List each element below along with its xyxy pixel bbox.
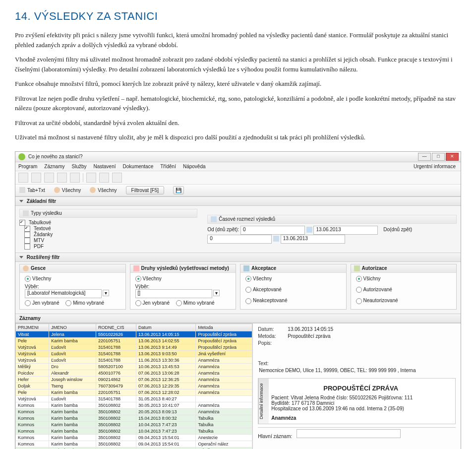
toolbar-btn-6[interactable] (86, 173, 96, 183)
record-status-field[interactable] (297, 429, 401, 438)
gesce-jen: Jen vybrané (32, 300, 59, 306)
druhy-dropdown-icon[interactable]: ▾ (213, 290, 220, 296)
ak-neak: Neakceptované (253, 298, 288, 303)
akceptace-icon (243, 265, 249, 271)
druhy-mimo: Mimo vybrané (183, 300, 215, 306)
label-mtv: MTV (34, 238, 44, 243)
table-row[interactable]: KomnosKarim bamba35010880209.04.2013 15:… (16, 435, 252, 441)
table-row[interactable]: VotýzováĽudovít31540178811.06.2013 13:30… (16, 357, 252, 364)
druhy-select[interactable]: [] (135, 289, 212, 298)
calendar-icon-2[interactable] (306, 227, 312, 233)
ak-radio-neak[interactable] (245, 298, 251, 304)
gesce-radio-jen[interactable] (25, 300, 31, 306)
menu-dokumentace[interactable]: Dokumentace (123, 164, 154, 169)
aut-radio-neaut[interactable] (356, 298, 362, 304)
gesce-vsechny: Všechny (32, 276, 51, 281)
report-pacient: Pacient: Vitvat Jelena Rodné číslo: 5501… (271, 395, 450, 400)
akceptace-head: Akceptace (251, 265, 276, 271)
vsechny-1[interactable]: Všechny (62, 188, 81, 193)
basic-filter-head[interactable]: Základní filtr (15, 196, 461, 206)
check-tabulkove[interactable] (19, 220, 25, 226)
col-prijmeni[interactable]: PRIJMENI (16, 324, 49, 331)
aut-neaut: Neautorizované (363, 298, 398, 303)
table-row[interactable]: PeleKarim bamba22010575113.06.2013 14:02… (16, 338, 252, 344)
tabtxt-toggle[interactable]: Tab+Txt (27, 188, 45, 193)
gesce-dropdown-icon[interactable]: ▾ (103, 290, 109, 296)
check-textove[interactable] (24, 226, 30, 232)
table-row[interactable]: KomnosKarim bamba35010880230.05.2013 10:… (16, 402, 252, 409)
od-back-input[interactable]: 0 (240, 226, 305, 235)
druhy-radio-vsechny[interactable] (135, 276, 141, 282)
table-row[interactable]: PoicdovAlexandr45001077607.06.2013 13:06… (16, 370, 252, 377)
aut-radio-vsechny[interactable] (356, 276, 362, 282)
minimize-button[interactable]: — (418, 153, 431, 161)
table-row[interactable]: VotýzováĽudovít31540178831.05.2013 8:40:… (16, 396, 252, 402)
urgent-link[interactable]: Urgentní informace (414, 164, 456, 169)
table-row[interactable]: HeferJoseph winslow09021486207.06.2013 1… (16, 377, 252, 383)
table-row[interactable]: KomnosKarim bamba35010880215.04.2013 8:0… (16, 415, 252, 422)
gesce-radio-mimo[interactable] (65, 300, 71, 306)
toolbar-btn-2[interactable] (31, 173, 41, 183)
ak-vsechny: Všechny (253, 276, 272, 281)
vsechny-2[interactable]: Všechny (98, 188, 117, 193)
table-row[interactable]: DoljakTseng760730947907.06.2013 12:29:35… (16, 383, 252, 389)
check-zadanky[interactable] (24, 232, 30, 238)
maximize-button[interactable]: □ (432, 153, 445, 161)
results-table[interactable]: PRIJMENIJMENORODNE_CISDatumMetoda Vitvat… (15, 323, 252, 449)
toolbar (15, 171, 461, 185)
check-mtv[interactable] (24, 238, 30, 244)
date-from-input[interactable]: 13.06.2013 (313, 226, 378, 235)
toolbar-btn-3[interactable] (44, 173, 54, 183)
side-tab[interactable]: Detailní informace (258, 379, 269, 424)
filter-button[interactable]: Filtrovat [F5] (126, 186, 165, 194)
col-datum[interactable]: Datum (136, 324, 196, 331)
gesce-radio-vsechny[interactable] (25, 276, 31, 282)
ak-ak: Akceptované (253, 287, 282, 292)
gesce-group: Gesce Všechny Výběr: [Laboratoř Hematolo… (19, 264, 126, 310)
date-to-input[interactable]: 13.06.2013 (281, 235, 345, 244)
table-row[interactable]: PeleKarim bamba22010575107.06.2013 12:28… (16, 389, 252, 396)
toolbar-btn-7[interactable] (99, 173, 109, 183)
filter-save-button[interactable]: 💾 (173, 186, 184, 194)
check-pdf[interactable] (24, 244, 30, 250)
table-row[interactable]: MěškýDro580520710010.06.2013 13:45:53Ana… (16, 364, 252, 370)
druhy-icon (133, 265, 139, 271)
aut-radio-aut[interactable] (356, 287, 362, 293)
report-panel: Detailní informace PROPOUŠTĚCÍ ZPRÁVA Pa… (258, 378, 456, 424)
close-button[interactable]: ✕ (446, 153, 459, 161)
druhy-radio-jen[interactable] (135, 300, 141, 306)
toolbar-btn-1[interactable] (18, 173, 28, 183)
ak-radio-ak[interactable] (245, 287, 251, 293)
table-row[interactable]: KomnosKarim bamba35010880210.04.2013 7:4… (16, 428, 252, 435)
menu-trideni[interactable]: Třídění (160, 164, 176, 169)
col-rodne_cis[interactable]: RODNE_CIS (96, 324, 136, 331)
col-jmeno[interactable]: JMENO (49, 324, 96, 331)
menu-zaznamy[interactable]: Záznamy (44, 164, 64, 169)
ext-filter-head[interactable]: Rozšířený filtr (15, 253, 461, 262)
detail-datum-value: 13.06.2013 14:05:15 (288, 326, 333, 332)
menu-napoveda[interactable]: Nápověda (183, 164, 206, 169)
table-row[interactable]: VitvatJelena550102262613.06.2013 14:05:1… (16, 331, 252, 338)
do-back-input[interactable]: 0 (207, 235, 272, 244)
report-bydliste: Bydliště: 177 67178 Damnici (271, 400, 450, 406)
calendar-icon-3[interactable] (273, 236, 279, 242)
toolbar-btn-8[interactable] (112, 173, 122, 183)
toolbar-btn-5[interactable] (70, 173, 80, 183)
druhy-radio-mimo[interactable] (176, 300, 182, 306)
druhy-jen: Jen vybrané (143, 300, 170, 306)
table-row[interactable]: VotýzováĽudovít31540178813.06.2013 9:03:… (16, 351, 252, 357)
menu-nastaveni[interactable]: Nastavení (94, 164, 116, 169)
gesce-head: Gesce (31, 265, 46, 271)
table-row[interactable]: KomnosKarim bamba35010880220.05.2013 8:0… (16, 409, 252, 415)
col-metoda[interactable]: Metoda (196, 324, 252, 331)
ak-radio-vsechny[interactable] (245, 276, 251, 282)
menu-program[interactable]: Program (18, 164, 37, 169)
window-title: Co je nového za stanicí? (28, 154, 83, 159)
table-row[interactable]: VotýzováĽudovít31540178813.06.2013 9:14:… (16, 344, 252, 351)
table-row[interactable]: KomnosKarim bamba35010880209.04.2013 15:… (16, 441, 252, 448)
table-row[interactable]: KomnosKarim bamba35010880210.04.2013 7:4… (16, 422, 252, 428)
gesce-select[interactable]: [Laboratoř Hematologická] (25, 289, 102, 298)
para-4: Filtrovat lze nejen podle druhu vyšetřen… (15, 94, 461, 113)
menu-sluzby[interactable]: Služby (71, 164, 86, 169)
toolbar-btn-4[interactable] (57, 173, 67, 183)
